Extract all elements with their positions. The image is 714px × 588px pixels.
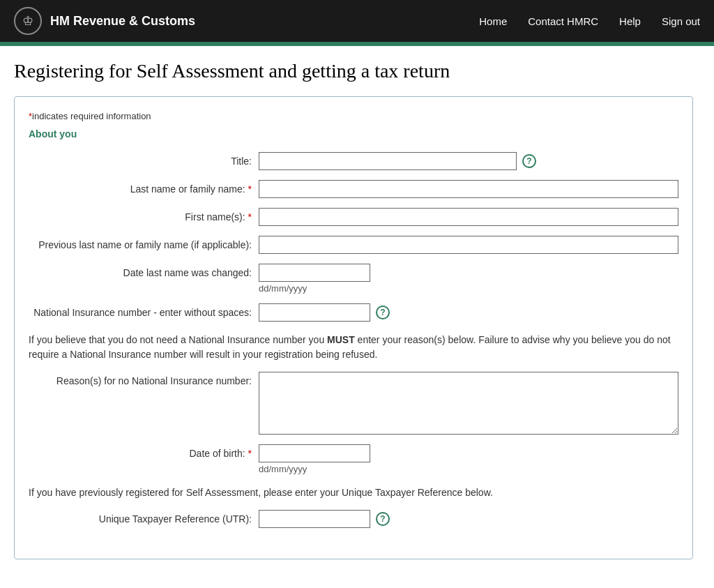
last-name-label: Last name or family name: *: [29, 180, 259, 197]
dob-label: Date of birth: *: [29, 444, 259, 461]
ni-row: National Insurance number - enter withou…: [29, 303, 678, 322]
logo-container: ♔ HM Revenue & Customs: [14, 7, 195, 35]
date-changed-field-container: dd/mm/yyyy: [259, 264, 678, 294]
hmrc-emblem: ♔: [14, 7, 42, 35]
title-label: Title:: [29, 152, 259, 169]
dob-hint: dd/mm/yyyy: [259, 464, 678, 474]
ni-info-paragraph: If you believe that you do not need a Na…: [29, 333, 678, 362]
section-heading: About you: [29, 128, 678, 140]
dob-field-container: dd/mm/yyyy: [259, 444, 678, 474]
utr-help-icon[interactable]: ?: [376, 512, 390, 526]
ni-help-icon[interactable]: ?: [376, 306, 390, 319]
utr-label: Unique Taxpayer Reference (UTR):: [29, 510, 259, 527]
reasons-label: Reason(s) for no National Insurance numb…: [29, 372, 259, 389]
dob-row: Date of birth: * dd/mm/yyyy: [29, 444, 678, 474]
last-name-input[interactable]: [259, 180, 678, 198]
reasons-field-container: [259, 372, 678, 435]
utr-field-row: ?: [259, 510, 678, 528]
first-name-field-container: [259, 208, 678, 226]
title-field-row: ?: [259, 152, 678, 170]
nav-signout[interactable]: Sign out: [662, 15, 700, 27]
title-field-container: ?: [259, 152, 678, 170]
dob-input[interactable]: [259, 444, 370, 462]
ni-input[interactable]: [259, 303, 370, 322]
prev-last-name-row: Previous last name or family name (if ap…: [29, 236, 678, 254]
prev-registered-note: If you have previously registered for Se…: [29, 485, 678, 500]
utr-input[interactable]: [259, 510, 370, 528]
required-note: *indicates required information: [29, 111, 678, 121]
first-name-label: First name(s): *: [29, 208, 259, 225]
main-nav: Home Contact HMRC Help Sign out: [479, 15, 700, 27]
first-name-row: First name(s): *: [29, 208, 678, 226]
page-title: Registering for Self Assessment and gett…: [14, 60, 693, 82]
prev-last-name-field-container: [259, 236, 678, 254]
ni-field-container: ?: [259, 303, 678, 322]
reasons-textarea[interactable]: [259, 372, 678, 435]
main-content: Registering for Self Assessment and gett…: [0, 46, 714, 580]
date-changed-label: Date last name was changed:: [29, 264, 259, 280]
first-name-input[interactable]: [259, 208, 678, 226]
title-input[interactable]: [259, 152, 517, 170]
date-changed-input[interactable]: [259, 264, 370, 282]
ni-field-row: ?: [259, 303, 678, 322]
date-changed-row: Date last name was changed: dd/mm/yyyy: [29, 264, 678, 294]
form-container: *indicates required information About yo…: [14, 96, 693, 559]
utr-row: Unique Taxpayer Reference (UTR): ?: [29, 510, 678, 528]
title-row: Title: ?: [29, 152, 678, 170]
prev-last-name-label: Previous last name or family name (if ap…: [29, 236, 259, 252]
ni-label: National Insurance number - enter withou…: [29, 303, 259, 320]
last-name-field-container: [259, 180, 678, 198]
header: ♔ HM Revenue & Customs Home Contact HMRC…: [0, 0, 714, 42]
title-help-icon[interactable]: ?: [522, 154, 536, 168]
reasons-row: Reason(s) for no National Insurance numb…: [29, 372, 678, 435]
nav-contact[interactable]: Contact HMRC: [528, 15, 598, 27]
prev-last-name-input[interactable]: [259, 236, 678, 254]
last-name-row: Last name or family name: *: [29, 180, 678, 198]
utr-field-container: ?: [259, 510, 678, 528]
nav-help[interactable]: Help: [619, 15, 641, 27]
logo-text: HM Revenue & Customs: [50, 14, 195, 29]
date-changed-hint: dd/mm/yyyy: [259, 283, 678, 294]
ni-must-bold: MUST: [327, 334, 355, 345]
nav-home[interactable]: Home: [479, 15, 507, 27]
